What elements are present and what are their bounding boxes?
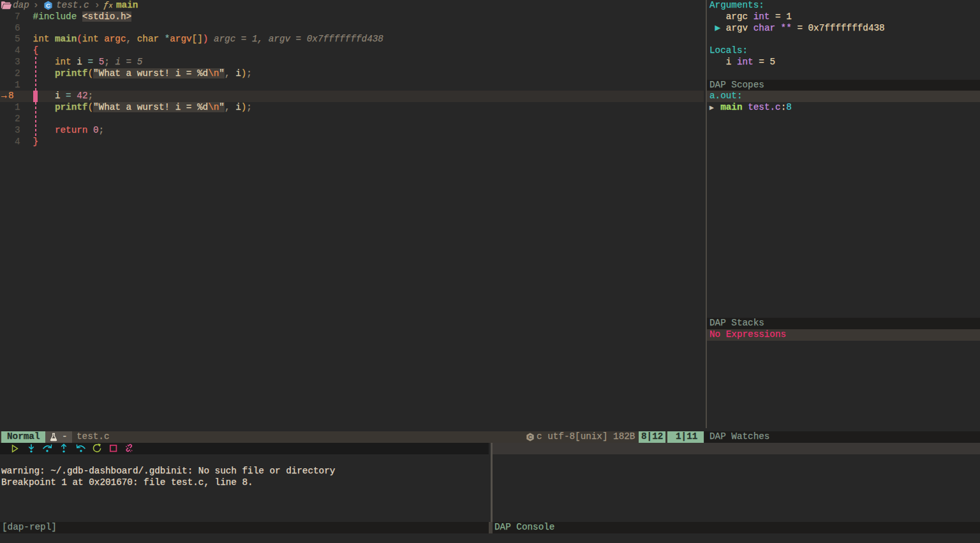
svg-text:C: C [528,435,533,441]
svg-text:C: C [46,2,50,9]
